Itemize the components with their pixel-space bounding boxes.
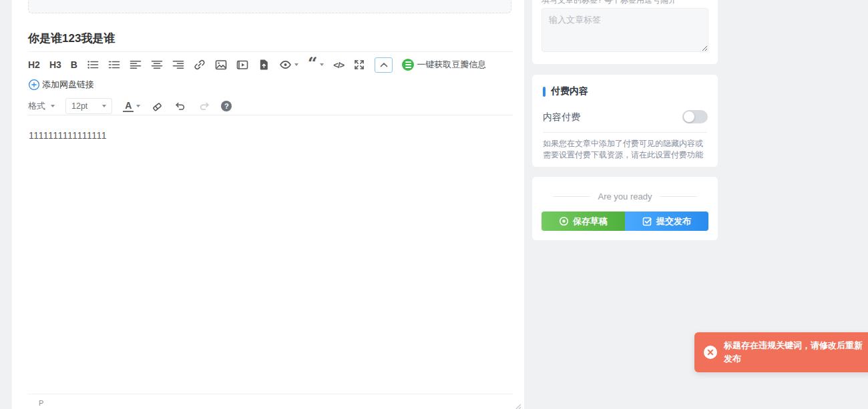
error-toast-message: 标题存在违规关键词，请修改后重新发布 — [724, 339, 865, 366]
error-toast: 标题存在违规关键词，请修改后重新发布 — [694, 332, 868, 372]
douban-icon — [402, 59, 414, 71]
font-size-dropdown[interactable]: 12pt — [65, 98, 112, 114]
statusbar-divider — [28, 394, 513, 394]
text-color-label: A — [123, 100, 134, 112]
chevron-down-icon — [294, 63, 298, 66]
align-center-button[interactable] — [151, 57, 163, 72]
redo-button[interactable] — [198, 99, 210, 113]
page: 你是谁123我是谁 H2 H3 B “ </> 一键获取豆瓣信 — [0, 0, 868, 409]
toolbar-divider — [28, 115, 513, 115]
editor-panel: 你是谁123我是谁 H2 H3 B “ </> 一键获取豆瓣信 — [12, 0, 524, 409]
font-size-label: 12pt — [71, 101, 87, 111]
chevron-down-icon — [51, 105, 55, 107]
error-circle-icon — [704, 346, 717, 359]
insert-image-button[interactable] — [215, 57, 227, 72]
text-color-dropdown[interactable]: A — [123, 100, 140, 112]
ready-divider: Are you ready — [532, 191, 718, 201]
chevron-up-icon — [381, 63, 387, 67]
undo-button[interactable] — [174, 99, 187, 113]
upload-file-button[interactable] — [258, 57, 270, 72]
editor-toolbar-primary: H2 H3 B “ </> 一键获取豆瓣信息 — [28, 56, 522, 73]
fetch-douban-button[interactable]: 一键获取豆瓣信息 — [402, 59, 486, 71]
paid-card-header: 付费内容 — [543, 85, 588, 97]
bullet-list-button[interactable] — [87, 57, 99, 72]
paid-card-title: 付费内容 — [551, 85, 588, 97]
title-divider — [28, 51, 513, 52]
ordered-list-button[interactable] — [108, 57, 120, 72]
publish-card: Are you ready 保存草稿 提交发布 — [532, 177, 718, 240]
editor-content[interactable]: 1111111111111111 — [29, 130, 107, 141]
ready-text: Are you ready — [598, 191, 652, 201]
save-draft-icon — [559, 216, 569, 226]
save-draft-label: 保存草稿 — [573, 216, 608, 228]
divider-line — [553, 196, 590, 197]
heading3-button[interactable]: H3 — [49, 57, 61, 72]
publish-actions: 保存草稿 提交发布 — [541, 212, 708, 231]
fetch-douban-label: 一键获取豆瓣信息 — [417, 59, 486, 71]
insert-link-button[interactable] — [194, 57, 206, 72]
accent-bar-icon — [543, 87, 546, 97]
quote-icon: “ — [308, 61, 317, 69]
chevron-down-icon — [320, 63, 324, 66]
clear-format-button[interactable] — [151, 99, 164, 113]
tags-input[interactable] — [541, 8, 708, 52]
collapse-toolbar-button[interactable] — [375, 57, 393, 73]
save-draft-button[interactable]: 保存草稿 — [541, 212, 625, 231]
add-netdisk-label: 添加网盘链接 — [42, 79, 94, 91]
heading2-button[interactable]: H2 — [28, 57, 40, 72]
paragraph-format-label: 格式 — [28, 100, 45, 112]
editor-resize-handle[interactable] — [514, 400, 521, 409]
bold-button[interactable]: B — [71, 57, 77, 72]
content-paid-label: 内容付费 — [543, 111, 580, 123]
align-left-button[interactable] — [130, 57, 142, 72]
align-right-button[interactable] — [172, 57, 184, 72]
help-button[interactable]: ? — [221, 101, 232, 111]
code-button[interactable]: </> — [333, 57, 344, 72]
article-title[interactable]: 你是谁123我是谁 — [28, 31, 115, 46]
blockquote-dropdown[interactable]: “ — [308, 57, 324, 72]
submit-publish-label: 提交发布 — [656, 216, 691, 228]
chevron-down-icon — [136, 105, 140, 107]
divider-line — [660, 196, 697, 197]
submit-publish-button[interactable]: 提交发布 — [625, 212, 708, 231]
paid-card-description: 如果您在文章中添加了付费可见的隐藏内容或需要设置付费下载资源，请在此设置付费功能 — [543, 138, 709, 161]
tags-card: 填写文章的标签? 每个标签用逗号隔开 — [532, 0, 718, 64]
insert-video-button[interactable] — [236, 57, 248, 72]
cover-upload-area[interactable] — [28, 0, 511, 13]
paid-card-divider — [543, 132, 707, 133]
preview-hide-dropdown[interactable] — [279, 57, 298, 72]
paid-content-card: 付费内容 内容付费 如果您在文章中添加了付费可见的隐藏内容或需要设置付费下载资源… — [532, 75, 718, 167]
editor-toolbar-format: 格式 12pt A ? — [28, 97, 232, 115]
paragraph-format-dropdown[interactable]: 格式 — [28, 100, 55, 112]
submit-publish-icon — [642, 216, 652, 226]
content-paid-toggle[interactable] — [682, 110, 708, 123]
tags-hint: 填写文章的标签? 每个标签用逗号隔开 — [541, 0, 676, 6]
plus-circle-icon — [28, 79, 40, 91]
fullscreen-button[interactable] — [353, 57, 365, 72]
element-path: P — [39, 399, 43, 407]
chevron-down-icon — [102, 105, 106, 107]
add-netdisk-link[interactable]: 添加网盘链接 — [28, 79, 94, 91]
toggle-knob — [684, 111, 694, 122]
